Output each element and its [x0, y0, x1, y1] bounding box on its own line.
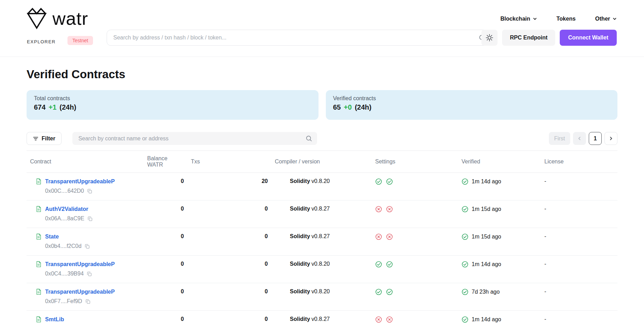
contract-name-link[interactable]: TransparentUpgradeableP — [45, 261, 115, 267]
page-title: Verified Contracts — [27, 68, 617, 81]
main-content: Verified Contracts Total contracts 674 +… — [0, 68, 644, 323]
settings-icons — [375, 178, 455, 185]
toolbar: Filter First 1 — [27, 132, 617, 145]
nav-item-other[interactable]: Other — [595, 16, 617, 22]
stat-number: 65 — [333, 103, 341, 111]
copy-address-icon[interactable] — [87, 216, 93, 222]
settings-cell — [372, 283, 458, 311]
pagination: First 1 — [549, 132, 617, 145]
check-circle-icon — [461, 206, 468, 213]
check-circle-icon — [375, 178, 382, 185]
network-badge[interactable]: Testnet — [67, 36, 93, 45]
verified-cell: 1m 15d ago — [458, 228, 541, 256]
verified-cell: 1m 15d ago — [458, 200, 541, 228]
compiler-version: v0.8.27 — [312, 316, 330, 322]
copy-address-icon[interactable] — [85, 299, 91, 304]
verified-time: 1m 15d ago — [472, 206, 501, 212]
copy-address-icon[interactable] — [87, 188, 93, 194]
x-circle-icon — [386, 206, 393, 213]
pagination-current-page[interactable]: 1 — [589, 132, 602, 145]
compiler-version: v0.8.27 — [312, 233, 330, 239]
txs-cell: 0 — [187, 256, 271, 283]
table-row: SmtLib 0x148....80b81 0 0 Solidityv0.8.2… — [27, 311, 617, 323]
table-row: State 0x0b4....f2C0d 0 0 Solidityv0.8.27… — [27, 228, 617, 256]
filter-button[interactable]: Filter — [27, 132, 62, 145]
global-search-input[interactable] — [107, 30, 491, 46]
nav-item-tokens[interactable]: Tokens — [557, 16, 576, 22]
settings-icons — [375, 316, 455, 323]
contracts-search-input[interactable] — [72, 132, 317, 145]
contract-name-link[interactable]: State — [45, 234, 59, 240]
compiler-cell: Solidityv0.8.27 — [271, 311, 372, 323]
settings-cell — [372, 173, 458, 200]
stat-delta: +1 — [49, 103, 57, 111]
contract-name-link[interactable]: TransparentUpgradeableP — [45, 178, 115, 185]
table-row: TransparentUpgradeableP 0x0C4....39B94 0… — [27, 256, 617, 283]
theme-toggle-button[interactable] — [481, 30, 498, 46]
balance-cell: 0 — [144, 256, 187, 283]
settings-cell — [372, 256, 458, 283]
settings-icons — [375, 233, 455, 240]
contract-file-icon — [35, 206, 42, 212]
x-circle-icon — [386, 316, 393, 323]
compiler-version: v0.8.20 — [312, 261, 330, 267]
contract-address: 0x0F7....Fef9D — [45, 298, 82, 304]
x-circle-icon — [386, 233, 393, 240]
chevron-left-icon — [577, 136, 582, 141]
license-cell: - — [541, 228, 617, 256]
check-circle-icon — [386, 178, 393, 185]
header: watr EXPLORER Testnet Blockchain Tokens … — [0, 0, 644, 57]
pagination-first-button[interactable]: First — [549, 132, 570, 145]
copy-address-icon[interactable] — [84, 243, 90, 249]
search-icon[interactable] — [306, 135, 312, 142]
chevron-down-icon — [533, 17, 537, 21]
license-cell: - — [541, 200, 617, 228]
contract-address: 0x0b4....f2C0d — [45, 243, 81, 249]
check-circle-icon — [461, 233, 468, 240]
rpc-endpoint-button[interactable]: RPC Endpoint — [502, 30, 555, 46]
contracts-search — [72, 132, 317, 145]
explorer-label: EXPLORER — [27, 39, 56, 44]
chevron-right-icon — [609, 136, 613, 141]
license-cell: - — [541, 173, 617, 200]
stat-delta: +0 — [344, 103, 352, 111]
compiler-name: Solidity — [290, 288, 310, 294]
balance-cell: 0 — [144, 311, 187, 323]
nav-label: Other — [595, 16, 610, 22]
settings-icons — [375, 206, 455, 213]
compiler-version: v0.8.27 — [312, 206, 330, 212]
stats-row: Total contracts 674 +1 (24h) Verified co… — [27, 90, 617, 120]
compiler-name: Solidity — [290, 261, 310, 267]
logo[interactable]: watr — [27, 7, 88, 30]
contract-name-link[interactable]: SmtLib — [45, 316, 64, 323]
check-circle-icon — [386, 288, 393, 295]
pagination-next-button[interactable] — [604, 132, 617, 145]
nav-label: Blockchain — [500, 16, 530, 22]
stat-card-verified-contracts: Verified contracts 65 +0 (24h) — [326, 90, 618, 120]
pagination-prev-button[interactable] — [573, 132, 586, 145]
stat-number: 674 — [34, 103, 45, 111]
compiler-cell: Solidityv0.8.20 — [271, 283, 372, 311]
check-circle-icon — [461, 261, 468, 268]
balance-cell: 0 — [144, 283, 187, 311]
verified-time: 1m 14d ago — [472, 316, 501, 323]
nav-item-blockchain[interactable]: Blockchain — [500, 16, 537, 22]
check-circle-icon — [375, 261, 382, 268]
verified-cell: 1m 14d ago — [458, 173, 541, 200]
check-circle-icon — [461, 316, 468, 323]
settings-cell — [372, 311, 458, 323]
balance-cell: 0 — [144, 228, 187, 256]
contracts-table-body: TransparentUpgradeableP 0x00C....642D0 0… — [27, 173, 617, 323]
settings-icons — [375, 261, 455, 268]
contract-name-link[interactable]: TransparentUpgradeableP — [45, 289, 115, 295]
connect-wallet-button[interactable]: Connect Wallet — [560, 30, 617, 46]
verified-cell: 1m 14d ago — [458, 311, 541, 323]
table-row: TransparentUpgradeableP 0x00C....642D0 0… — [27, 173, 617, 200]
table-row: TransparentUpgradeableP 0x0F7....Fef9D 0… — [27, 283, 617, 311]
txs-cell: 0 — [187, 200, 271, 228]
stat-value: 674 +1 (24h) — [34, 103, 311, 111]
header-actions: RPC Endpoint Connect Wallet — [481, 30, 617, 46]
sun-icon — [485, 34, 494, 42]
copy-address-icon[interactable] — [86, 271, 92, 277]
contract-name-link[interactable]: AuthV2Validator — [45, 206, 88, 212]
